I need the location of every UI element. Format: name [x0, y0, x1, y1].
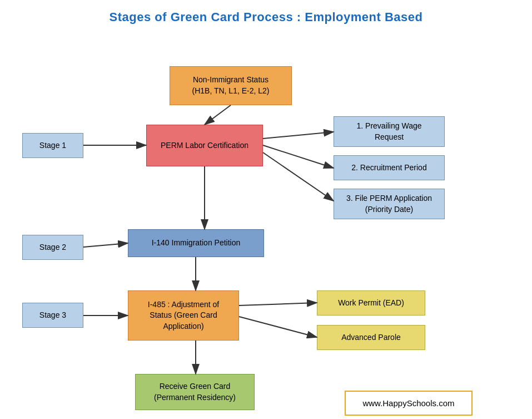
non-immigrant-box: Non-Immigrant Status (H1B, TN, L1, E-2, …	[170, 66, 292, 105]
i140-label: I-140 Immigration Petition	[152, 238, 241, 249]
prevailing-wage-box: 1. Prevailing Wage Request	[334, 116, 445, 147]
page-title: Stages of Green Card Process : Employmen…	[0, 0, 532, 30]
website-box: www.HappySchools.com	[345, 391, 473, 416]
advanced-parole-box: Advanced Parole	[317, 325, 425, 350]
advanced-parole-label: Advanced Parole	[341, 332, 401, 343]
green-card-label: Receive Green Card (Permanent Residency)	[154, 381, 236, 403]
stage2-label: Stage 2	[39, 242, 66, 253]
recruitment-label: 2. Recruitment Period	[351, 162, 426, 174]
stage2-box: Stage 2	[22, 235, 83, 260]
i485-box: I-485 : Adjustment of Status (Green Card…	[128, 290, 239, 341]
stage3-box: Stage 3	[22, 303, 83, 328]
file-perm-box: 3. File PERM Application (Priority Date)	[334, 189, 445, 219]
work-permit-box: Work Permit (EAD)	[317, 290, 425, 316]
svg-line-10	[239, 303, 317, 305]
i140-box: I-140 Immigration Petition	[128, 229, 264, 257]
perm-box: PERM Labor Certification	[146, 125, 263, 166]
stage3-label: Stage 3	[39, 310, 66, 321]
green-card-box: Receive Green Card (Permanent Residency)	[135, 374, 255, 410]
stage1-box: Stage 1	[22, 133, 83, 158]
stage1-label: Stage 1	[39, 140, 66, 151]
prevailing-wage-label: 1. Prevailing Wage Request	[357, 121, 422, 142]
svg-line-3	[263, 132, 334, 139]
diagram: Non-Immigrant Status (H1B, TN, L1, E-2, …	[0, 30, 532, 419]
file-perm-label: 3. File PERM Application (Priority Date)	[346, 193, 432, 215]
svg-line-11	[239, 317, 317, 337]
i485-label: I-485 : Adjustment of Status (Green Card…	[148, 299, 219, 332]
website-label: www.HappySchools.com	[362, 397, 454, 409]
svg-line-4	[263, 145, 334, 168]
svg-line-5	[263, 152, 334, 201]
svg-line-1	[205, 105, 231, 125]
recruitment-box: 2. Recruitment Period	[334, 155, 445, 180]
work-permit-label: Work Permit (EAD)	[338, 298, 404, 309]
perm-label: PERM Labor Certification	[161, 140, 248, 151]
svg-line-7	[83, 243, 128, 247]
non-immigrant-label: Non-Immigrant Status (H1B, TN, L1, E-2, …	[192, 75, 269, 96]
